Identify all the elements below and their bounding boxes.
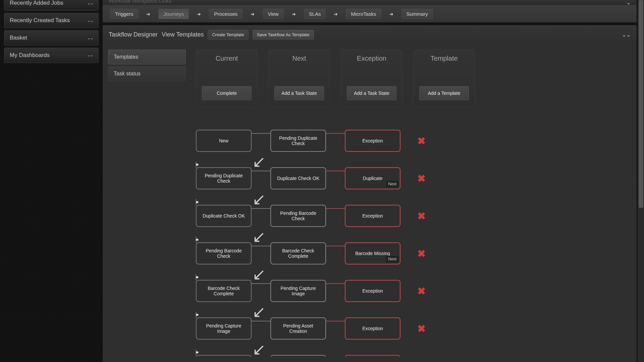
sidebar-item-basket[interactable]: Basket ⌄⌄ — [4, 30, 99, 46]
card-row: CurrentCompleteNextAdd a Task StateExcep… — [196, 50, 631, 122]
scrollbar-thumb[interactable] — [639, 0, 643, 208]
flow-row: Pending Asset CreationAsset CreatedExcep… — [196, 347, 631, 357]
designer-tab-column: TemplatesTask status — [108, 50, 186, 357]
arrow-right-icon: ➔ — [251, 11, 255, 17]
flow-row: Pending Barcode CheckBarcode Check Compl… — [196, 235, 631, 272]
card-title: Template — [430, 55, 458, 62]
designer-body: TemplatesTask status CurrentCompleteNext… — [103, 44, 637, 362]
connector-line — [326, 321, 345, 321]
sidebar: Recently Added Jobs ⌄⌄ Recently Created … — [0, 0, 103, 362]
delete-row-icon[interactable]: ✖ — [417, 248, 426, 259]
designer-tab-templates[interactable]: Templates — [108, 50, 186, 64]
nav-step-microtasks[interactable]: MicroTasks — [346, 9, 381, 19]
card-button[interactable]: Add a Task State — [347, 86, 396, 100]
connector-line — [326, 133, 345, 134]
state-next[interactable]: Pending Asset Creation — [270, 317, 326, 340]
sidebar-item-recent-jobs[interactable]: Recently Added Jobs ⌄⌄ — [4, 0, 99, 11]
nav-step-processes[interactable]: Processes — [209, 9, 243, 19]
nav-step-slas[interactable]: SLAs — [304, 9, 326, 19]
save-as-template-button[interactable]: Save Taskflow As Template — [253, 30, 314, 40]
state-next[interactable]: Pending Capture Image — [270, 280, 326, 302]
arrow-right-icon: ➔ — [146, 11, 150, 17]
state-exception[interactable]: Exception — [345, 317, 400, 340]
delete-row-icon[interactable]: ✖ — [417, 285, 426, 297]
state-next[interactable]: Barcode Check Complete — [270, 242, 326, 264]
card-button[interactable]: Complete — [202, 86, 252, 100]
delete-row-icon[interactable]: ✖ — [417, 173, 426, 184]
card-button[interactable]: Add a Template — [419, 86, 469, 100]
exception-next-tag[interactable]: Next — [386, 256, 398, 262]
arrow-right-icon: ➔ — [292, 11, 296, 17]
flow-row: NewPending Duplicate CheckException✖✚↙ — [196, 122, 631, 160]
flow-row: Duplicate Check OKPending Barcode CheckE… — [196, 197, 631, 235]
designer-title: Taskflow Designer — [109, 31, 158, 38]
card-template: TemplateAdd a Template — [413, 50, 475, 107]
sidebar-item-label: Basket — [10, 35, 27, 41]
connector-line — [252, 208, 270, 209]
chevron-down-icon: ⌄⌄ — [87, 36, 93, 40]
flow-row: Barcode Check CompletePending Capture Im… — [196, 272, 631, 310]
state-current[interactable]: New — [196, 130, 252, 152]
state-current[interactable]: Pending Asset Creation — [196, 355, 252, 357]
exception-next-tag[interactable]: Next — [386, 181, 398, 187]
connector-line — [252, 321, 270, 321]
arrow-right-icon: ➔ — [334, 11, 338, 17]
sidebar-item-label: My Dashboards — [10, 52, 50, 59]
connector-line — [252, 283, 270, 284]
state-next[interactable]: Pending Duplicate Check — [270, 130, 326, 152]
state-current[interactable]: Pending Capture Image — [196, 317, 252, 340]
nav-step-summary[interactable]: Summary — [401, 9, 433, 19]
designer-header: Taskflow Designer View Templates Create … — [103, 25, 637, 44]
connector-line — [326, 246, 345, 246]
card-title: Current — [216, 55, 238, 62]
nav-step-journeys[interactable]: Journeys — [158, 9, 189, 19]
state-next[interactable]: Pending Barcode Check — [270, 205, 326, 227]
nav-step-triggers[interactable]: Triggers — [110, 9, 138, 19]
chevron-down-icon[interactable]: ⌄⌄ — [622, 32, 631, 38]
create-template-button[interactable]: Create Template — [208, 30, 248, 40]
state-exception[interactable]: Exception — [345, 205, 400, 227]
designer-subtitle: View Templates — [162, 31, 204, 38]
designer-tab-task-status[interactable]: Task status — [108, 66, 186, 81]
connector-line — [326, 208, 345, 209]
connector-line — [252, 246, 270, 246]
delete-row-icon[interactable]: ✖ — [417, 135, 426, 147]
state-next[interactable]: Asset Created — [270, 355, 326, 357]
arrow-right-icon: ➔ — [197, 11, 201, 17]
card-exception: ExceptionAdd a Task State — [341, 50, 402, 107]
state-current[interactable]: Barcode Check Complete — [196, 280, 252, 302]
flow-row: Pending Duplicate CheckDuplicate Check O… — [196, 160, 631, 197]
sidebar-item-label: Recently Added Jobs — [10, 0, 63, 6]
chevron-down-icon: ⌄⌄ — [87, 18, 93, 22]
connector-line — [252, 133, 270, 134]
connector-line — [326, 171, 345, 171]
delete-row-icon[interactable]: ✖ — [417, 210, 426, 222]
state-exception[interactable]: Exception — [345, 355, 400, 357]
card-title: Next — [292, 55, 306, 62]
main-content: Workflow Navigation Links ⌄ Triggers➔Jou… — [103, 0, 644, 362]
arrow-right-icon: ➔ — [389, 11, 393, 17]
state-exception[interactable]: Barcode MissingNext — [345, 242, 400, 264]
state-next[interactable]: Duplicate Check OK — [270, 167, 326, 189]
sidebar-item-my-dashboards[interactable]: My Dashboards ⌄⌄ — [4, 48, 99, 63]
state-exception[interactable]: DuplicateNext — [345, 167, 400, 189]
flow-area: NewPending Duplicate CheckException✖✚↙Pe… — [196, 122, 631, 357]
state-current[interactable]: Pending Barcode Check — [196, 242, 252, 264]
connector-line — [252, 171, 270, 171]
workflow-nav-steps: Triggers➔Journeys➔Processes➔View➔SLAs➔Mi… — [103, 5, 637, 22]
sidebar-item-recent-tasks[interactable]: Recently Created Tasks ⌄⌄ — [4, 13, 99, 28]
vertical-scrollbar[interactable] — [637, 0, 644, 362]
state-exception[interactable]: Exception — [345, 280, 400, 302]
card-button[interactable]: Add a Task State — [274, 86, 324, 100]
card-next: NextAdd a Task State — [268, 50, 330, 107]
card-title: Exception — [357, 55, 386, 62]
nav-step-view[interactable]: View — [263, 9, 283, 19]
state-current[interactable]: Duplicate Check OK — [196, 205, 252, 227]
sidebar-item-label: Recently Created Tasks — [10, 17, 70, 24]
state-current[interactable]: Pending Duplicate Check — [196, 167, 252, 189]
chevron-down-icon: ⌄⌄ — [87, 1, 93, 5]
delete-row-icon[interactable]: ✖ — [417, 323, 426, 335]
connector-line — [326, 283, 345, 284]
state-exception[interactable]: Exception — [345, 130, 400, 152]
workflow-nav-header: Workflow Navigation Links ⌄ — [103, 0, 637, 5]
